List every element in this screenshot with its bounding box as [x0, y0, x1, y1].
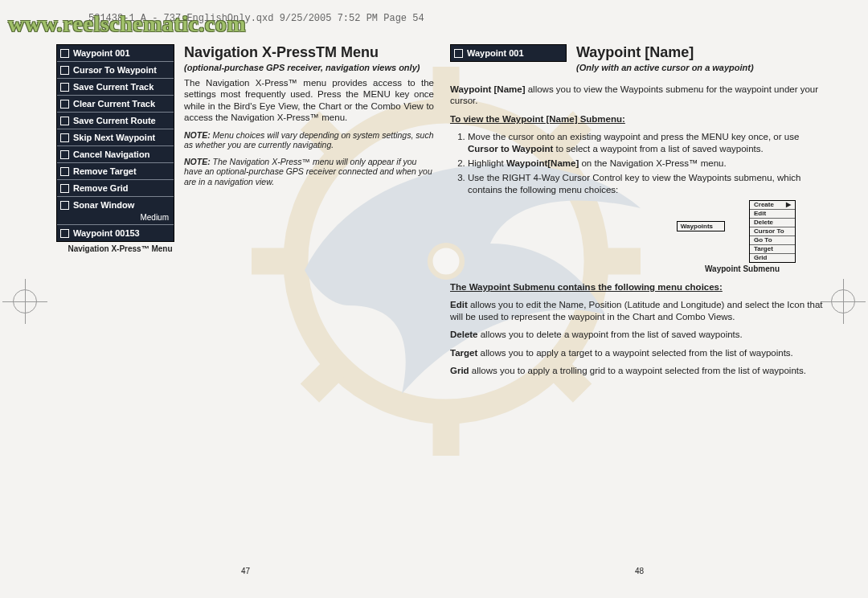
definition: Delete allows you to delete a waypoint f…	[450, 329, 828, 340]
menu-item: Remove Target	[57, 163, 174, 180]
waypoint-highlight-label: Waypoint 001	[467, 48, 524, 58]
page-subtitle-left: (optional-purchase GPS receiver, navigat…	[184, 63, 434, 72]
term: Delete	[450, 330, 478, 339]
submenu-item: Target	[750, 245, 795, 254]
crop-mark-right	[831, 289, 855, 313]
text: to select a waypoint from a list of save…	[553, 144, 763, 154]
submenu-item: Create▶	[750, 201, 795, 210]
term: Cursor to Waypoint	[468, 144, 553, 154]
cancel-icon	[60, 150, 69, 159]
menu-item-label: Cancel Navigation	[73, 150, 149, 159]
menu-item: Remove Grid	[57, 180, 174, 197]
page-right: Waypoint 001 Waypoint [Name] (Only with …	[450, 44, 828, 558]
submenu-item: Cursor To	[750, 227, 795, 236]
submenu-item: Grid	[750, 254, 795, 262]
note-text: The Navigation X-Press™ menu will only a…	[184, 157, 432, 186]
page-title-right: Waypoint [Name]	[576, 44, 828, 61]
text: allows you to apply a trolling grid to a…	[469, 366, 806, 375]
text: allows you to delete a waypoint from the…	[478, 330, 743, 339]
waypoint-icon	[454, 49, 463, 58]
menu-item-label: Skip Next Waypoint	[73, 133, 155, 142]
note-text: Menu choices will vary depending on syst…	[184, 130, 433, 150]
note-paragraph: NOTE: The Navigation X-Press™ menu will …	[184, 157, 434, 187]
waypoint-icon	[60, 229, 69, 238]
page-number-right: 48	[635, 567, 644, 575]
note-label: NOTE:	[184, 157, 211, 166]
term: Grid	[450, 366, 469, 375]
text: Highlight	[468, 158, 506, 168]
clear-track-icon	[60, 100, 69, 109]
submenu-item: Delete	[750, 219, 795, 227]
submenu-item: Go To	[750, 236, 795, 245]
page-title-left: Navigation X-PressTM Menu	[184, 44, 434, 61]
waypoint-icon	[60, 49, 69, 58]
note-paragraph: NOTE: Menu choices will vary depending o…	[184, 130, 434, 150]
save-route-icon	[60, 117, 69, 125]
steps-list: Move the cursor onto an existing waypoin…	[450, 131, 828, 195]
waypoints-label-box: Waypoints	[677, 221, 725, 231]
menu-item-label: Waypoint 001	[73, 48, 130, 58]
menu-item-label: Remove Grid	[73, 183, 128, 193]
term: Edit	[450, 300, 468, 309]
submenu-item: Edit	[750, 210, 795, 219]
menu-item: Cursor To Waypoint	[57, 62, 174, 79]
crop-mark-left	[13, 289, 37, 313]
nav-xpress-menu-figure: Waypoint 001 Cursor To Waypoint Save Cur…	[56, 44, 184, 253]
menu-item-label: Waypoint 00153	[73, 228, 140, 238]
menu-item: Sonar Window	[57, 197, 174, 213]
waypoint-submenu-box: Create▶ Edit Delete Cursor To Go To Targ…	[749, 200, 796, 263]
menu-item: Waypoint 001	[57, 45, 174, 62]
step: Use the RIGHT 4-Way Cursor Control key t…	[468, 172, 828, 195]
term: Waypoint[Name]	[506, 158, 579, 168]
definition: Target allows you to apply a target to a…	[450, 347, 828, 358]
text: allows you to edit the Name, Position (L…	[450, 300, 823, 321]
page-left: Waypoint 001 Cursor To Waypoint Save Cur…	[56, 44, 434, 558]
menu-item-label: Save Current Track	[73, 82, 154, 92]
term: Target	[450, 348, 477, 358]
menu-item: Skip Next Waypoint	[57, 129, 174, 146]
body-paragraph: The Navigation X-Press™ menu provides ac…	[184, 77, 434, 124]
text: allows you to apply a target to a waypoi…	[477, 348, 792, 358]
definition: Edit allows you to edit the Name, Positi…	[450, 299, 828, 322]
nav-xpress-menu-caption: Navigation X-Press™ Menu	[56, 244, 184, 253]
menu-item-label: Clear Current Track	[73, 99, 155, 109]
waypoint-submenu-caption: Waypoint Submenu	[450, 264, 780, 273]
note-label: NOTE:	[184, 130, 211, 140]
page-number-left: 47	[241, 567, 250, 575]
text: Use the RIGHT 4-Way Cursor Control key t…	[468, 173, 800, 194]
menu-item: Clear Current Track	[57, 96, 174, 113]
cursor-icon	[60, 66, 69, 75]
remove-target-icon	[60, 167, 69, 176]
waypoint-highlight-box: Waypoint 001	[450, 44, 567, 62]
step: Move the cursor onto an existing waypoin…	[468, 131, 828, 154]
step: Highlight Waypoint[Name] on the Navigati…	[468, 158, 828, 169]
waypoint-submenu-figure: Waypoints Create▶ Edit Delete Cursor To …	[450, 200, 796, 263]
definition: Grid allows you to apply a trolling grid…	[450, 365, 828, 376]
section-heading: To view the Waypoint [Name] Submenu:	[450, 113, 828, 125]
menu-item-sub: Medium	[57, 213, 174, 224]
nav-xpress-menu-box: Waypoint 001 Cursor To Waypoint Save Cur…	[56, 44, 174, 242]
sonar-icon	[60, 201, 69, 210]
menu-item-label: Save Current Route	[73, 116, 156, 125]
body-paragraph: Waypoint [Name] allows you to view the W…	[450, 84, 828, 107]
menu-item: Cancel Navigation	[57, 146, 174, 163]
menu-item-label: Remove Target	[73, 166, 137, 176]
menu-item: Save Current Route	[57, 113, 174, 129]
menu-item-label: Sonar Window	[73, 200, 134, 210]
text: Move the cursor onto an existing waypoin…	[468, 132, 799, 141]
term: Waypoint [Name]	[450, 84, 526, 94]
skip-icon	[60, 133, 69, 142]
arrow-right-icon: ▶	[786, 202, 791, 208]
save-track-icon	[60, 83, 69, 92]
remove-grid-icon	[60, 184, 69, 193]
menu-item: Save Current Track	[57, 79, 174, 96]
section-heading: The Waypoint Submenu contains the follow…	[450, 281, 828, 293]
menu-item: Waypoint 00153	[57, 224, 174, 241]
watermark-url: www.reelschematic.com	[8, 11, 246, 37]
menu-item-label: Cursor To Waypoint	[73, 65, 157, 75]
text: on the Navigation X-Press™ menu.	[579, 158, 726, 168]
page-subtitle-right: (Only with an active cursor on a waypoin…	[576, 63, 828, 72]
